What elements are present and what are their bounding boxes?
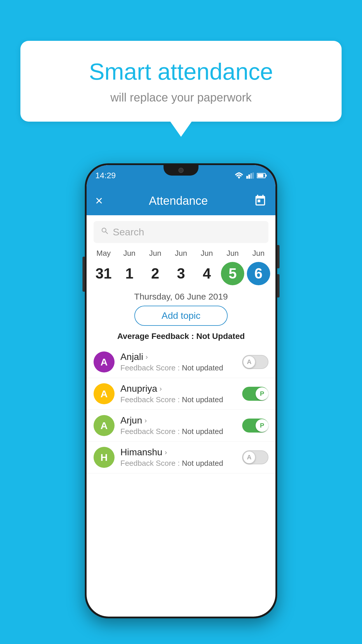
student-name-3: Himanshu ›	[120, 447, 242, 458]
wifi-icon	[235, 172, 243, 179]
toggle-wrap-3[interactable]: A	[242, 450, 268, 464]
student-name-2: Arjun ›	[120, 415, 242, 426]
chevron-icon: ›	[145, 353, 148, 361]
status-time: 14:29	[95, 171, 116, 180]
status-bar: 14:29	[87, 165, 275, 186]
feedback-value-2: Not updated	[182, 427, 223, 436]
search-icon	[101, 227, 109, 238]
student-info-3: Himanshu ›Feedback Score : Not updated	[120, 447, 242, 468]
cal-date[interactable]: 3	[169, 262, 193, 285]
student-item-2[interactable]: AArjun ›Feedback Score : Not updatedP	[87, 410, 275, 442]
calendar-strip: May31Jun1Jun2Jun3Jun4Jun5Jun6	[87, 249, 275, 285]
app-bar: × Attendance	[87, 186, 275, 215]
toggle-wrap-2[interactable]: P	[242, 419, 268, 433]
cal-date[interactable]: 2	[143, 262, 167, 285]
svg-rect-3	[252, 172, 254, 178]
toggle-knob-1: P	[256, 387, 268, 400]
cal-month: Jun	[149, 249, 161, 258]
toggle-wrap-1[interactable]: P	[242, 387, 268, 401]
speech-bubble-container: Smart attendance will replace your paper…	[20, 41, 342, 122]
phone-inner: 14:29	[87, 165, 275, 617]
avg-feedback-label: Average Feedback :	[117, 332, 196, 341]
calendar-day-2[interactable]: Jun2	[143, 249, 167, 285]
student-name-0: Anjali ›	[120, 351, 242, 362]
cal-month: Jun	[201, 249, 213, 258]
calendar-day-4[interactable]: Jun4	[195, 249, 219, 285]
student-name-1: Anupriya ›	[120, 383, 242, 394]
student-item-1[interactable]: AAnupriya ›Feedback Score : Not updatedP	[87, 378, 275, 410]
calendar-day-3[interactable]: Jun3	[169, 249, 193, 285]
cal-month: Jun	[175, 249, 187, 258]
bubble-title: Smart attendance	[44, 58, 318, 85]
svg-rect-6	[265, 175, 267, 177]
toggle-knob-3: A	[243, 451, 256, 464]
feedback-score-1: Feedback Score : Not updated	[120, 395, 242, 404]
student-list: AAnjali ›Feedback Score : Not updatedAAA…	[87, 346, 275, 473]
avg-feedback: Average Feedback : Not Updated	[87, 332, 275, 341]
calendar-day-5[interactable]: Jun5	[221, 249, 244, 285]
date-header: Thursday, 06 June 2019	[87, 292, 275, 302]
svg-rect-0	[246, 176, 248, 178]
chevron-icon: ›	[145, 416, 147, 425]
cal-month: Jun	[252, 249, 265, 258]
cal-month: May	[96, 249, 111, 258]
feedback-score-0: Feedback Score : Not updated	[120, 363, 242, 372]
svg-rect-1	[248, 174, 250, 178]
notch-camera	[178, 168, 184, 173]
student-info-0: Anjali ›Feedback Score : Not updated	[120, 351, 242, 372]
avg-feedback-value: Not Updated	[196, 332, 245, 341]
attendance-toggle-1[interactable]: P	[242, 387, 268, 401]
feedback-score-3: Feedback Score : Not updated	[120, 459, 242, 468]
cal-date[interactable]: 6	[247, 262, 270, 285]
phone-frame: 14:29	[85, 163, 277, 618]
attendance-toggle-2[interactable]: P	[242, 419, 268, 433]
cal-date[interactable]: 5	[221, 262, 244, 285]
notch	[164, 165, 198, 176]
cal-date[interactable]: 1	[118, 262, 141, 285]
calendar-day-6[interactable]: Jun6	[247, 249, 270, 285]
cal-month: Jun	[123, 249, 136, 258]
attendance-toggle-0[interactable]: A	[242, 355, 268, 369]
student-avatar-1: A	[94, 383, 115, 404]
student-item-0[interactable]: AAnjali ›Feedback Score : Not updatedA	[87, 346, 275, 378]
status-icons	[235, 172, 267, 179]
cal-date[interactable]: 4	[195, 262, 219, 285]
student-avatar-0: A	[94, 351, 115, 372]
feedback-score-2: Feedback Score : Not updated	[120, 427, 242, 436]
add-topic-button[interactable]: Add topic	[134, 306, 228, 326]
battery-icon	[257, 172, 267, 179]
toggle-knob-0: A	[243, 356, 256, 368]
student-info-2: Arjun ›Feedback Score : Not updated	[120, 415, 242, 436]
bubble-subtitle: will replace your paperwork	[44, 91, 318, 104]
calendar-icon[interactable]	[254, 194, 267, 207]
search-input-label: Search	[113, 226, 261, 238]
app-bar-title: Attendance	[103, 194, 254, 207]
toggle-knob-2: P	[256, 419, 268, 432]
student-item-3[interactable]: HHimanshu ›Feedback Score : Not updatedA	[87, 442, 275, 473]
chevron-icon: ›	[159, 385, 162, 393]
calendar-day-1[interactable]: Jun1	[118, 249, 141, 285]
volume-up-button[interactable]	[277, 245, 280, 268]
chevron-icon: ›	[165, 448, 167, 456]
student-avatar-2: A	[94, 415, 115, 436]
speech-bubble: Smart attendance will replace your paper…	[20, 41, 342, 122]
attendance-toggle-3[interactable]: A	[242, 450, 268, 464]
feedback-value-3: Not updated	[182, 459, 223, 468]
search-bar[interactable]: Search	[94, 221, 268, 243]
signal-icon	[246, 172, 254, 179]
toggle-wrap-0[interactable]: A	[242, 355, 268, 369]
svg-rect-2	[250, 173, 252, 179]
power-button[interactable]	[82, 257, 85, 292]
svg-rect-5	[257, 174, 263, 177]
feedback-value-0: Not updated	[182, 363, 223, 372]
close-button[interactable]: ×	[95, 194, 103, 207]
calendar-day-0[interactable]: May31	[92, 249, 115, 285]
cal-date[interactable]: 31	[92, 262, 115, 285]
cal-month: Jun	[226, 249, 239, 258]
student-avatar-3: H	[94, 447, 115, 468]
feedback-value-1: Not updated	[182, 395, 223, 404]
student-info-1: Anupriya ›Feedback Score : Not updated	[120, 383, 242, 404]
volume-down-button[interactable]	[277, 274, 280, 298]
